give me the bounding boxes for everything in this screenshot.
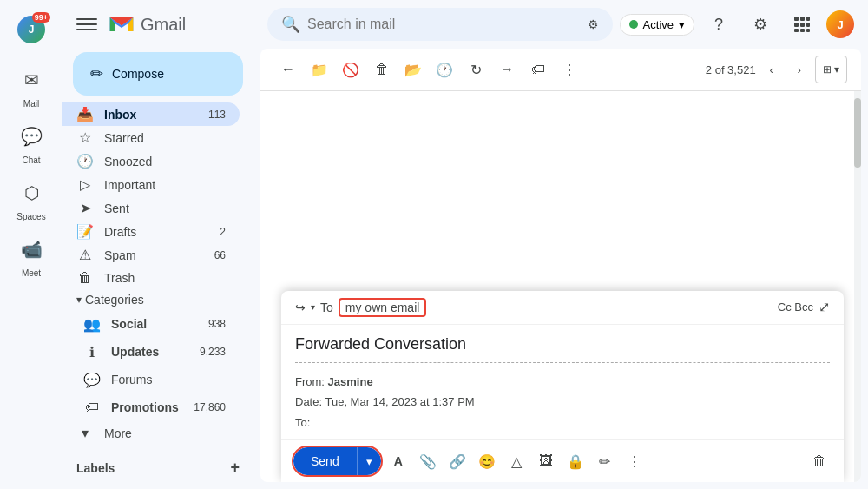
updates-label: Updates [111,345,200,359]
inbox-count: 113 [208,109,226,121]
attach-button[interactable]: 📎 [414,447,442,475]
sidebar-item-snoozed[interactable]: 🕐 Snoozed [62,149,240,173]
svg-rect-1 [800,17,805,21]
menu-button[interactable] [76,14,97,35]
add-label-button[interactable]: + [230,459,240,477]
social-label: Social [111,317,208,331]
signature-button[interactable]: ✏ [591,447,619,475]
compose-from-info: From: Jasmine Date: Tue, Mar 14, 2023 at… [295,372,830,433]
sidebar-item-chat[interactable]: 💬 Chat [0,114,62,170]
active-dropdown-icon: ▾ [679,18,685,31]
help-button[interactable]: ? [701,7,736,42]
label-deleted[interactable]: Deleted Messages [76,484,240,489]
active-status-badge[interactable]: Active ▾ [620,14,694,36]
compose-body: Forwarded Conversation From: Jasmine Dat… [281,325,844,439]
sidebar-item-inbox[interactable]: 📥 Inbox 113 [62,102,240,126]
sidebar-item-updates[interactable]: ℹ Updates 9,233 [69,338,240,366]
date-label: Date: [295,395,322,408]
sidebar: Gmail ✏ Compose 📥 Inbox 113 ☆ Starred 🕐 … [62,0,253,489]
trash-label: Trash [104,271,226,285]
search-filter-icon[interactable]: ⚙ [588,17,599,31]
settings-button[interactable]: ⚙ [743,7,778,42]
social-count: 938 [208,318,226,330]
compose-to-value: my own email [339,298,427,317]
search-input[interactable] [307,17,581,32]
folder-move-button[interactable]: → [493,56,521,83]
refresh-button[interactable]: ↻ [462,56,490,83]
mail-label: Mail [23,99,39,109]
notification-badge: 99+ [32,12,50,23]
compose-button[interactable]: ✏ Compose [73,52,243,96]
chat-label: Chat [22,155,40,165]
sidebar-item-important[interactable]: ▷ Important [62,173,240,196]
clock-button[interactable]: 🕐 [431,56,458,83]
prev-email-button[interactable]: ‹ [760,57,784,82]
apps-grid-icon [794,17,810,32]
sent-label: Sent [104,202,226,215]
format-text-button[interactable]: A [385,447,412,475]
labels-button[interactable]: 🏷 [524,56,552,83]
search-box[interactable]: 🔍 ⚙ [267,8,613,41]
categories-toggle[interactable]: ▾ Categories [62,289,253,310]
more-compose-button[interactable]: ⋮ [621,447,648,475]
sidebar-item-mail[interactable]: ✉ Mail [0,57,62,114]
drive-button[interactable]: △ [503,447,530,475]
icon-rail: J 99+ ✉ Mail 💬 Chat ⬡ Spaces 📹 Meet [0,0,62,489]
more-button[interactable]: ▾ More [62,421,240,445]
cc-bcc-button[interactable]: Cc Bcc [778,301,813,314]
back-button[interactable]: ← [274,56,302,83]
nav-count-text: 2 of 3,521 [706,63,756,76]
next-email-button[interactable]: › [787,57,812,82]
delete-compose-button[interactable]: 🗑 [806,447,833,475]
active-dot-icon [629,20,638,29]
snoozed-icon: 🕐 [76,153,94,169]
scrollbar-thumb[interactable] [854,98,861,168]
user-avatar[interactable]: J [826,10,854,38]
svg-rect-7 [800,29,805,32]
sidebar-item-drafts[interactable]: 📝 Drafts 2 [62,220,240,243]
sidebar-item-social[interactable]: 👥 Social 938 [69,310,240,338]
sidebar-item-promotions[interactable]: 🏷 Promotions 17,860 [69,393,240,421]
caret-icon: ▾ [76,294,82,306]
spam-icon: ⚠ [76,247,94,263]
photo-button[interactable]: 🖼 [532,447,560,475]
more-icon: ▾ [76,425,94,441]
move-to-button[interactable]: 📂 [399,56,427,83]
sidebar-item-forums[interactable]: 💬 Forums [69,366,240,393]
compose-expand-icon[interactable]: ⤢ [819,299,830,315]
gmail-logo: Gmail [108,15,186,35]
promotions-label: Promotions [111,400,194,414]
topbar-icons: Active ▾ ? ⚙ J [620,7,854,42]
delete-button[interactable]: 🗑 [368,56,396,83]
compose-label: Compose [112,67,164,81]
more-options-button[interactable]: ⋮ [556,56,583,83]
from-label: From: [295,375,325,388]
sidebar-item-starred[interactable]: ☆ Starred [62,126,240,149]
promotions-count: 17,860 [194,401,226,413]
sidebar-item-spaces[interactable]: ⬡ Spaces [0,170,62,227]
sidebar-item-trash[interactable]: 🗑 Trash [62,267,240,289]
emoji-button[interactable]: 😊 [473,447,501,475]
report-spam-button[interactable]: 🚫 [337,56,365,83]
link-button[interactable]: 🔗 [444,447,471,475]
apps-button[interactable] [785,7,819,42]
send-button[interactable]: Send [293,447,357,475]
sent-icon: ➤ [76,200,94,216]
date-row: Date: Tue, Mar 14, 2023 at 1:37 PM [295,392,830,412]
sidebar-item-meet[interactable]: 📹 Meet [0,227,62,283]
compose-to-row: ↪ ▾ To my own email Cc Bcc ⤢ [281,291,844,325]
social-icon: 👥 [83,316,101,333]
view-toggle-button[interactable]: ⊞ ▾ [815,56,847,83]
avatar[interactable]: J 99+ [17,16,45,43]
sidebar-item-sent[interactable]: ➤ Sent [62,196,240,220]
archive-button[interactable]: 📁 [306,56,333,83]
sidebar-item-spam[interactable]: ⚠ Spam 66 [62,243,240,267]
starred-label: Starred [104,131,226,145]
scrollbar-track[interactable] [854,91,861,482]
more-label: More [104,426,132,440]
send-dropdown-button[interactable]: ▾ [357,447,381,475]
compose-to-label: To [320,301,333,314]
gmail-text: Gmail [141,15,186,35]
compose-subject: Forwarded Conversation [295,335,830,354]
lock-button[interactable]: 🔒 [562,447,589,475]
